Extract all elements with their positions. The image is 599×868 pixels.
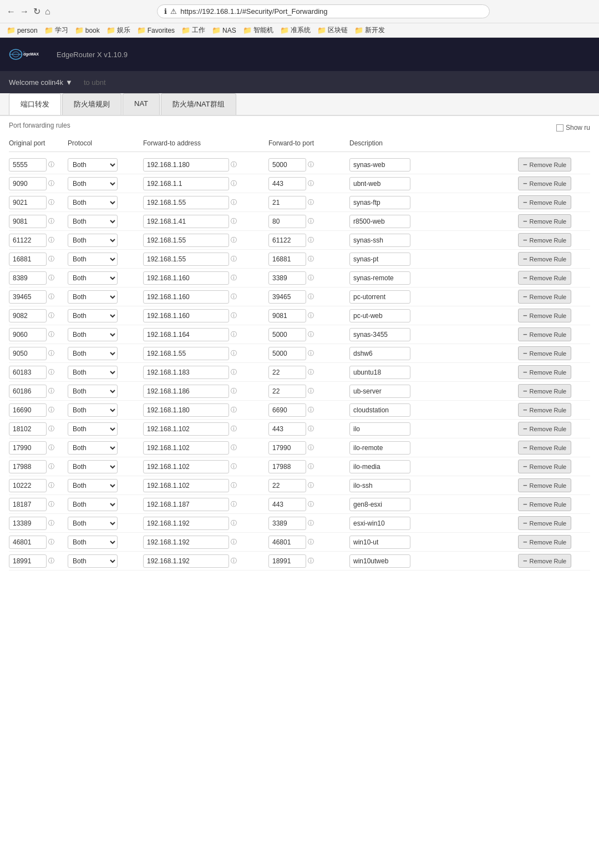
original-port-input[interactable] (9, 215, 47, 228)
description-input[interactable] (349, 177, 410, 190)
protocol-select[interactable]: Both TCP UDP (68, 177, 118, 190)
fwd-address-input[interactable] (143, 290, 229, 304)
info-icon[interactable]: ⓘ (48, 217, 54, 225)
tab-firewall-nat-group[interactable]: 防火墙/NAT群组 (161, 93, 236, 115)
protocol-select[interactable]: Both TCP UDP (68, 196, 118, 209)
description-input[interactable] (349, 196, 410, 209)
protocol-select[interactable]: Both TCP UDP (68, 347, 118, 360)
remove-rule-button[interactable]: − Remove Rule (518, 516, 571, 530)
original-port-input[interactable] (9, 460, 47, 473)
fwd-address-input[interactable] (143, 517, 229, 530)
bookmark-item[interactable]: 📁工作 (181, 26, 205, 35)
fwd-port-input[interactable] (268, 290, 306, 304)
bookmark-item[interactable]: 📁娱乐 (106, 26, 130, 35)
fwd-address-input[interactable] (143, 309, 229, 322)
remove-rule-button[interactable]: − Remove Rule (518, 365, 571, 379)
bookmark-item[interactable]: 📁Favorites (137, 26, 175, 34)
info-icon[interactable]: ⓘ (308, 330, 314, 339)
bookmark-item[interactable]: 📁NAS (212, 26, 236, 34)
bookmark-item[interactable]: 📁新开发 (354, 26, 385, 35)
remove-rule-button[interactable]: − Remove Rule (518, 478, 571, 492)
remove-rule-button[interactable]: − Remove Rule (518, 403, 571, 417)
fwd-address-input[interactable] (143, 215, 229, 228)
remove-rule-button[interactable]: − Remove Rule (518, 422, 571, 436)
original-port-input[interactable] (9, 234, 47, 247)
remove-rule-button[interactable]: − Remove Rule (518, 460, 571, 473)
fwd-port-input[interactable] (268, 554, 306, 568)
fwd-port-input[interactable] (268, 460, 306, 473)
fwd-address-input[interactable] (143, 479, 229, 492)
fwd-address-input[interactable] (143, 441, 229, 455)
fwd-port-input[interactable] (268, 498, 306, 511)
protocol-select[interactable]: Both TCP UDP (68, 403, 118, 417)
info-icon[interactable]: ⓘ (231, 179, 237, 188)
fwd-address-input[interactable] (143, 385, 229, 398)
info-icon[interactable]: ⓘ (308, 217, 314, 225)
info-icon[interactable]: ⓘ (308, 311, 314, 320)
remove-rule-button[interactable]: − Remove Rule (518, 554, 571, 568)
protocol-select[interactable]: Both TCP UDP (68, 328, 118, 341)
tab-firewall-rules[interactable]: 防火墙规则 (62, 93, 121, 115)
original-port-input[interactable] (9, 498, 47, 511)
forward-button[interactable]: → (20, 7, 29, 17)
info-icon[interactable]: ⓘ (308, 236, 314, 244)
info-icon[interactable]: ⓘ (231, 500, 237, 508)
info-icon[interactable]: ⓘ (231, 311, 237, 320)
info-icon[interactable]: ⓘ (48, 255, 54, 263)
info-icon[interactable]: ⓘ (48, 349, 54, 357)
original-port-input[interactable] (9, 253, 47, 266)
remove-rule-button[interactable]: − Remove Rule (518, 176, 571, 190)
description-input[interactable] (349, 271, 410, 285)
info-icon[interactable]: ⓘ (231, 387, 237, 395)
remove-rule-button[interactable]: − Remove Rule (518, 158, 571, 171)
remove-rule-button[interactable]: − Remove Rule (518, 290, 571, 304)
fwd-port-input[interactable] (268, 517, 306, 530)
address-bar[interactable]: ℹ ⚠ https://192.168.1.1/#Security/Port_F… (157, 4, 490, 18)
original-port-input[interactable] (9, 422, 47, 436)
description-input[interactable] (349, 479, 410, 492)
info-icon[interactable]: ⓘ (48, 311, 54, 320)
fwd-port-input[interactable] (268, 234, 306, 247)
fwd-port-input[interactable] (268, 309, 306, 322)
description-input[interactable] (349, 309, 410, 322)
info-icon[interactable]: ⓘ (231, 236, 237, 244)
description-input[interactable] (349, 158, 410, 171)
info-icon[interactable]: ⓘ (231, 198, 237, 206)
fwd-address-input[interactable] (143, 422, 229, 436)
fwd-address-input[interactable] (143, 328, 229, 341)
info-icon[interactable]: ⓘ (308, 255, 314, 263)
info-icon[interactable]: ⓘ (48, 538, 54, 546)
info-icon[interactable]: ⓘ (48, 443, 54, 452)
description-input[interactable] (349, 422, 410, 436)
original-port-input[interactable] (9, 290, 47, 304)
info-icon[interactable]: ⓘ (48, 406, 54, 414)
description-input[interactable] (349, 517, 410, 530)
original-port-input[interactable] (9, 441, 47, 455)
remove-rule-button[interactable]: − Remove Rule (518, 535, 571, 549)
description-input[interactable] (349, 441, 410, 455)
info-icon[interactable]: ⓘ (231, 557, 237, 565)
bookmark-item[interactable]: 📁person (7, 26, 38, 34)
bookmark-item[interactable]: 📁区块链 (317, 26, 348, 35)
fwd-port-input[interactable] (268, 328, 306, 341)
info-icon[interactable]: ⓘ (48, 462, 54, 471)
info-icon[interactable]: ⓘ (231, 443, 237, 452)
info-icon[interactable]: ⓘ (308, 160, 314, 169)
description-input[interactable] (349, 554, 410, 568)
info-icon[interactable]: ⓘ (308, 538, 314, 546)
info-icon[interactable]: ⓘ (48, 387, 54, 395)
show-rules-checkbox[interactable] (556, 124, 564, 132)
protocol-select[interactable]: Both TCP UDP (68, 479, 118, 492)
fwd-port-input[interactable] (268, 196, 306, 209)
info-icon[interactable]: ⓘ (308, 198, 314, 206)
original-port-input[interactable] (9, 403, 47, 417)
info-icon[interactable]: ⓘ (231, 481, 237, 489)
fwd-address-input[interactable] (143, 366, 229, 379)
info-icon[interactable]: ⓘ (308, 443, 314, 452)
info-icon[interactable]: ⓘ (308, 406, 314, 414)
original-port-input[interactable] (9, 158, 47, 171)
fwd-port-input[interactable] (268, 441, 306, 455)
remove-rule-button[interactable]: − Remove Rule (518, 384, 571, 398)
info-icon[interactable]: ⓘ (231, 368, 237, 376)
info-icon[interactable]: ⓘ (231, 462, 237, 471)
